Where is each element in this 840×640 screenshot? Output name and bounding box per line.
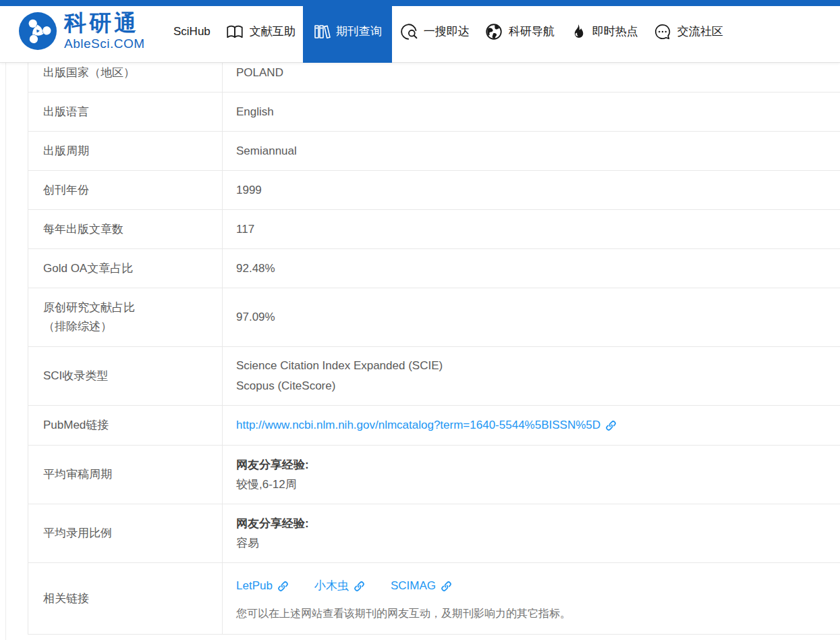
label-text: 出版语言 — [43, 103, 222, 122]
nav-item-literature-help[interactable]: 文献互助 — [218, 0, 303, 63]
journal-detail-card: 出版国家（地区） POLAND 出版语言 English 出版周期 Semian… — [5, 63, 840, 640]
label-text: SCI收录类型 — [43, 367, 222, 385]
ablesci-logo-icon — [19, 12, 57, 50]
table-row-gold-oa-ratio: Gold OA文章占比 92.48% — [28, 249, 840, 288]
label-text: Gold OA文章占比 — [43, 259, 222, 278]
row-label: 平均审稿周期 — [28, 446, 223, 504]
row-value: POLAND — [223, 63, 840, 92]
value-text: 1999 — [236, 180, 840, 201]
site-header: 科研通 AbleSci.COM SciHub 文献互助 — [0, 0, 840, 63]
row-label: 每年出版文章数 — [28, 210, 223, 248]
table-row-articles-per-year: 每年出版文章数 117 — [28, 210, 840, 249]
value-text-line1: Science Citation Index Expanded (SCIE) — [236, 356, 840, 376]
row-value: Semiannual — [223, 132, 840, 170]
row-label: 出版国家（地区） — [28, 63, 223, 92]
nav-item-journal-query[interactable]: 期刊查询 — [303, 0, 392, 63]
value-text: 117 — [236, 219, 840, 240]
external-link-icon — [277, 581, 289, 592]
value-text: 较慢,6-12周 — [236, 475, 840, 494]
label-text: PubMed链接 — [43, 416, 222, 435]
pubmed-url-link[interactable]: http://www.ncbi.nlm.nih.gov/nlmcatalog?t… — [236, 415, 840, 435]
nav-label: 即时热点 — [592, 24, 638, 39]
nav-label: 科研导航 — [509, 24, 555, 39]
link-text: SCIMAG — [391, 576, 436, 596]
chat-bubble-icon — [653, 22, 672, 41]
nav-item-scihub[interactable]: SciHub — [166, 0, 218, 63]
label-text: 创刊年份 — [43, 181, 222, 200]
label-text: 出版国家（地区） — [43, 63, 222, 82]
journal-info-table: 出版国家（地区） POLAND 出版语言 English 出版周期 Semian… — [28, 63, 840, 635]
journals-icon — [313, 23, 331, 41]
nav-item-quick-search[interactable]: 一搜即达 — [392, 0, 477, 63]
related-links-line: LetPub 小木虫 — [236, 576, 840, 596]
value-text: 97.09% — [236, 307, 840, 327]
label-text: 平均审稿周期 — [43, 465, 222, 484]
row-value: 网友分享经验: 容易 — [223, 504, 840, 562]
external-link-icon — [605, 420, 617, 431]
nav-label: 期刊查询 — [336, 24, 382, 39]
flame-icon — [569, 23, 587, 41]
row-label: 相关链接 — [28, 563, 223, 634]
table-row-publish-language: 出版语言 English — [28, 92, 840, 132]
brand-text: 科研通 AbleSci.COM — [64, 11, 145, 51]
xiaomuchong-link[interactable]: 小木虫 — [314, 576, 365, 596]
table-row-founding-year: 创刊年份 1999 — [28, 171, 840, 210]
table-row-acceptance-rate: 平均录用比例 网友分享经验: 容易 — [28, 504, 840, 563]
row-label: 出版周期 — [28, 132, 223, 170]
brand-logo[interactable]: 科研通 AbleSci.COM — [19, 11, 145, 51]
table-row-pubmed-link: PubMed链接 http://www.ncbi.nlm.nih.gov/nlm… — [28, 406, 840, 446]
nav-item-community[interactable]: 交流社区 — [646, 0, 731, 63]
row-label: 平均录用比例 — [28, 504, 223, 562]
shared-experience-heading: 网友分享经验: — [236, 514, 840, 533]
row-value: 97.09% — [223, 288, 840, 346]
label-text-line2: （排除综述） — [43, 317, 222, 336]
main-nav: SciHub 文献互助 期刊查询 — [166, 0, 731, 63]
label-text: 平均录用比例 — [43, 524, 222, 543]
external-link-icon — [441, 581, 452, 592]
row-value: LetPub 小木虫 — [223, 563, 840, 634]
value-text: English — [236, 102, 840, 122]
nav-item-research-nav[interactable]: 科研导航 — [477, 0, 562, 63]
nav-label: 交流社区 — [677, 24, 723, 39]
shared-experience-heading: 网友分享经验: — [236, 455, 840, 475]
value-text-line2: Scopus (CiteScore) — [236, 376, 840, 396]
search-circle-icon — [399, 22, 418, 41]
row-value: 92.48% — [223, 249, 840, 288]
letpub-link[interactable]: LetPub — [236, 576, 289, 596]
nav-label: 一搜即达 — [424, 24, 470, 39]
table-row-review-cycle: 平均审稿周期 网友分享经验: 较慢,6-12周 — [28, 446, 840, 504]
value-text: POLAND — [236, 63, 840, 83]
value-text: 92.48% — [236, 259, 840, 279]
row-value: http://www.ncbi.nlm.nih.gov/nlmcatalog?t… — [223, 406, 840, 445]
row-label: SCI收录类型 — [28, 347, 223, 405]
brand-name-cn: 科研通 — [64, 11, 145, 35]
link-text: 小木虫 — [314, 576, 349, 596]
globe-icon — [484, 22, 503, 41]
link-text: LetPub — [236, 576, 273, 596]
table-row-original-research-ratio: 原创研究文献占比 （排除综述） 97.09% — [28, 288, 840, 347]
open-book-icon — [225, 22, 244, 41]
row-label: 出版语言 — [28, 92, 223, 131]
related-links-note: 您可以在上述网站查看该期刊的网友互动，及期刊影响力的其它指标。 — [236, 606, 840, 621]
value-text: 容易 — [236, 533, 840, 553]
scimag-link[interactable]: SCIMAG — [391, 576, 452, 596]
row-value: Science Citation Index Expanded (SCIE) S… — [223, 347, 840, 405]
value-text: Semiannual — [236, 141, 840, 161]
row-label: Gold OA文章占比 — [28, 249, 223, 288]
external-link-icon — [354, 581, 365, 592]
nav-label: SciHub — [173, 25, 211, 38]
label-text: 相关链接 — [43, 589, 222, 608]
row-value: 117 — [223, 210, 840, 248]
label-text: 出版周期 — [43, 142, 222, 161]
nav-label: 文献互助 — [250, 24, 296, 39]
brand-domain: AbleSci.COM — [64, 36, 145, 51]
journal-detail-page: 科研通 AbleSci.COM SciHub 文献互助 — [0, 0, 840, 640]
table-row-publish-frequency: 出版周期 Semiannual — [28, 132, 840, 171]
label-text: 原创研究文献占比 — [43, 298, 222, 317]
row-label: 创刊年份 — [28, 171, 223, 209]
pubmed-url-text: http://www.ncbi.nlm.nih.gov/nlmcatalog?t… — [236, 415, 600, 435]
nav-item-hot-topics[interactable]: 即时热点 — [562, 0, 646, 63]
row-value: 网友分享经验: 较慢,6-12周 — [223, 446, 840, 504]
row-value: 1999 — [223, 171, 840, 209]
row-label: 原创研究文献占比 （排除综述） — [28, 288, 223, 346]
